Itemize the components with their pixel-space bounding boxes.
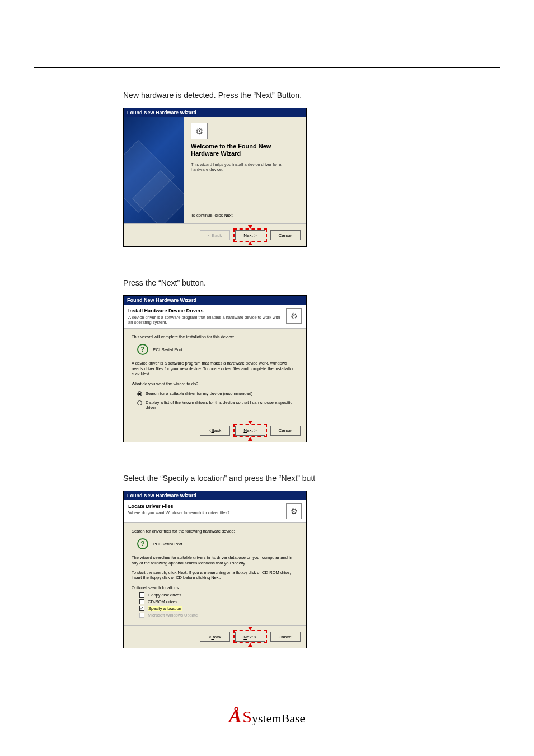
checkbox-label: Microsoft Windows Update bbox=[148, 613, 198, 618]
radio-option-list[interactable]: Display a list of the known drivers for … bbox=[137, 400, 298, 410]
next-rest: ext > bbox=[247, 428, 257, 433]
dialog3-para1: The wizard searches for suitable drivers… bbox=[132, 555, 298, 566]
checkbox-windows-update: Microsoft Windows Update bbox=[139, 613, 298, 618]
logo-rest: ystemBase bbox=[252, 711, 305, 725]
wizard-side-illustration bbox=[124, 117, 184, 223]
dialog2-heading: Install Hardware Device Drivers bbox=[128, 308, 282, 314]
dialog3-heading: Locate Driver Files bbox=[128, 503, 282, 509]
radio-icon bbox=[137, 391, 142, 396]
checkbox-specify-location[interactable]: Specify a location bbox=[139, 606, 298, 611]
logo-s: S bbox=[242, 707, 252, 726]
next-button-callout: Next > bbox=[233, 424, 267, 437]
dialog3-subheading: Where do you want Windows to search for … bbox=[128, 510, 282, 515]
dialog3-para2: To start the search, click Next. If you … bbox=[132, 570, 298, 581]
cancel-button[interactable]: Cancel bbox=[270, 230, 301, 240]
checkbox-floppy[interactable]: Floppy disk drives bbox=[139, 592, 298, 598]
page-header-rule bbox=[34, 50, 500, 68]
question-device-icon: ? bbox=[137, 538, 148, 549]
check-list: Floppy disk drives CD-ROM drives Specify… bbox=[139, 592, 298, 618]
dialog1-welcome: Welcome to the Found New Hardware Wizard bbox=[191, 143, 299, 157]
dialog3-line1: Search for driver files for the followin… bbox=[132, 529, 298, 534]
checkbox-icon bbox=[139, 592, 144, 598]
device-name: PCI Serial Port bbox=[153, 542, 182, 547]
caption-1: New hardware is detected. Press the “Nex… bbox=[123, 91, 500, 100]
dialog2-header: Install Hardware Device Drivers A device… bbox=[124, 305, 306, 329]
cancel-button[interactable]: Cancel bbox=[270, 632, 301, 642]
dialog3-header: Locate Driver Files Where do you want Wi… bbox=[124, 500, 306, 523]
dialog2-line1: This wizard will complete the installati… bbox=[132, 334, 298, 339]
checkbox-icon bbox=[139, 606, 144, 611]
next-rest: ext > bbox=[247, 634, 257, 640]
dialog2: Found New Hardware Wizard Install Hardwa… bbox=[123, 295, 307, 442]
dialog3: Found New Hardware Wizard Locate Driver … bbox=[123, 491, 307, 648]
radio-label: Search for a suitable driver for my devi… bbox=[146, 391, 252, 396]
dialog1-button-bar: < Back Next > Cancel bbox=[124, 223, 306, 246]
next-button[interactable]: Next > bbox=[235, 632, 265, 642]
back-button: < Back bbox=[200, 230, 230, 240]
checkbox-cdrom[interactable]: CD-ROM drives bbox=[139, 599, 298, 604]
device-row: ? PCI Serial Port bbox=[137, 344, 298, 355]
radio-group: Search for a suitable driver for my devi… bbox=[137, 391, 298, 410]
checkbox-icon bbox=[139, 599, 144, 604]
dialog1: Found New Hardware Wizard ⚙ Welcome to t… bbox=[123, 108, 307, 247]
next-button-callout: Next > bbox=[233, 630, 267, 643]
dialog2-titlebar: Found New Hardware Wizard bbox=[124, 296, 306, 305]
next-button[interactable]: Next > bbox=[235, 230, 265, 240]
dialog3-body: Search for driver files for the followin… bbox=[124, 523, 306, 625]
dialog1-desc: This wizard helps you install a device d… bbox=[191, 162, 299, 172]
back-button[interactable]: < Back bbox=[200, 426, 230, 436]
dialog2-wrap: Found New Hardware Wizard Install Hardwa… bbox=[123, 295, 500, 442]
dialog2-subheading: A device driver is a software program th… bbox=[128, 315, 282, 325]
dialog3-wrap: Found New Hardware Wizard Locate Driver … bbox=[123, 491, 500, 648]
radio-option-search[interactable]: Search for a suitable driver for my devi… bbox=[137, 391, 298, 396]
page-content: New hardware is detected. Press the “Nex… bbox=[0, 0, 534, 648]
cancel-button[interactable]: Cancel bbox=[270, 426, 301, 436]
checkbox-icon bbox=[139, 613, 144, 618]
page-footer: Å SystemBase bbox=[0, 707, 534, 726]
next-button-callout: Next > bbox=[233, 228, 267, 242]
dialog2-button-bar: < Back Next > Cancel bbox=[124, 419, 306, 442]
checkbox-label: Floppy disk drives bbox=[148, 592, 181, 598]
dialog2-question: What do you want the wizard to do? bbox=[132, 381, 298, 386]
question-device-icon: ? bbox=[137, 344, 148, 355]
checkbox-label: CD-ROM drives bbox=[148, 599, 177, 604]
systembase-logo: Å SystemBase bbox=[229, 707, 306, 726]
dialog3-button-bar: < Back Next > Cancel bbox=[124, 625, 306, 648]
checkbox-label: Specify a location bbox=[148, 606, 182, 611]
optional-locations-label: Optional search locations: bbox=[132, 585, 298, 590]
caption-3: Select the “Specify a location” and pres… bbox=[123, 474, 500, 483]
next-button[interactable]: Next > bbox=[235, 426, 265, 436]
device-name: PCI Serial Port bbox=[153, 347, 182, 352]
dialog1-content: ⚙ Welcome to the Found New Hardware Wiza… bbox=[184, 117, 306, 223]
hardware-icon: ⚙ bbox=[286, 308, 302, 324]
device-row: ? PCI Serial Port bbox=[137, 538, 298, 549]
dialog1-body: ⚙ Welcome to the Found New Hardware Wiza… bbox=[124, 117, 306, 223]
dialog1-continue: To continue, click Next. bbox=[191, 213, 299, 218]
back-button[interactable]: < Back bbox=[200, 632, 230, 642]
hardware-icon: ⚙ bbox=[286, 503, 302, 519]
radio-label: Display a list of the known drivers for … bbox=[146, 400, 298, 410]
dialog1-titlebar: Found New Hardware Wizard bbox=[124, 108, 306, 117]
dialog2-body: This wizard will complete the installati… bbox=[124, 329, 306, 419]
caption-2: Press the “Next” button. bbox=[123, 278, 500, 287]
logo-glyph: Å bbox=[229, 707, 242, 726]
dialog2-paragraph: A device driver is a software program th… bbox=[132, 361, 298, 376]
hardware-icon: ⚙ bbox=[191, 123, 208, 139]
dialog3-titlebar: Found New Hardware Wizard bbox=[124, 491, 306, 500]
dialog1-wrap: Found New Hardware Wizard ⚙ Welcome to t… bbox=[123, 108, 500, 247]
radio-icon bbox=[137, 400, 142, 405]
